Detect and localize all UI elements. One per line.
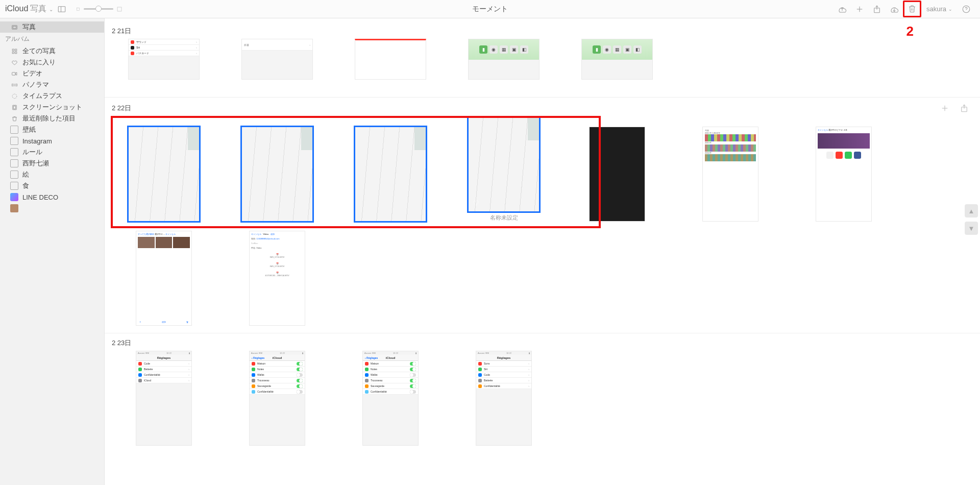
photo-caption: 名称未設定 <box>490 214 518 222</box>
sidebar-item-タイムラプス[interactable]: タイムラプス <box>0 90 104 102</box>
upload-icon[interactable] <box>837 4 848 15</box>
moment-date: 2 23日 <box>112 338 973 348</box>
sidebar-item-絵[interactable]: 絵 <box>0 169 104 180</box>
photo-grid: 2 21日 サウンド›Siri›パスコード› 辞書› ▮◉▦▣◧ ▮◉▦▣◧ 2… <box>105 18 980 485</box>
photo-thumb[interactable]: 辞書› <box>241 39 313 90</box>
svg-rect-14 <box>12 72 15 75</box>
toolbar: iCloud写真 ⌄ モーメント sakura ⌄ <box>0 0 980 18</box>
svg-rect-9 <box>13 26 16 28</box>
moment-group: 2 21日 サウンド›Siri›パスコード› 辞書› ▮◉▦▣◧ ▮◉▦▣◧ <box>105 23 980 98</box>
panorama-icon <box>10 81 18 89</box>
zoom-slider[interactable] <box>76 6 122 12</box>
photo-thumb-selected[interactable] <box>128 127 200 222</box>
sidebar: 写真 アルバム 全ての写真お気に入りビデオパノラマタイムラプススクリーンショット… <box>0 18 105 485</box>
sidebar-item-user[interactable] <box>0 203 104 214</box>
sq-icon <box>10 148 18 156</box>
user-menu[interactable]: sakura ⌄ <box>926 5 952 13</box>
photo-thumb[interactable]: Aucune SIM12:22▮RéglagesSons›Siri›Code›B… <box>468 351 540 446</box>
photo-thumb[interactable]: キャンセル 選択中のビデオ: 4本 <box>808 127 879 222</box>
add-icon[interactable] <box>854 4 865 15</box>
photos-icon <box>10 23 18 31</box>
sidebar-item-食[interactable]: 食 <box>0 180 104 191</box>
avatar-icon <box>10 204 18 212</box>
photo-thumb-selected[interactable] <box>241 127 313 222</box>
photo-thumb-selected[interactable]: ♡名称未設定 <box>468 117 540 222</box>
sidebar-toggle-icon[interactable] <box>56 4 67 15</box>
sidebar-item-全ての写真[interactable]: 全ての写真 <box>0 45 104 57</box>
sidebar-item-label: 最近削除した項目 <box>22 114 76 123</box>
moment-date: 2 22日 <box>112 104 934 113</box>
view-title: モーメント <box>472 5 508 14</box>
sidebar-item-お気に入り[interactable]: お気に入り <box>0 57 104 68</box>
svg-rect-10 <box>12 49 14 51</box>
share-icon[interactable] <box>871 4 883 15</box>
svg-rect-2 <box>77 8 79 10</box>
favorite-icon: ♡ <box>473 199 479 207</box>
sq-icon <box>10 182 18 190</box>
sq-icon <box>10 159 18 167</box>
svg-rect-12 <box>12 52 14 53</box>
grad-icon <box>10 193 18 201</box>
video-icon <box>10 69 18 78</box>
photo-thumb[interactable]: 年別2011年〜2013年2015年2016年 <box>695 127 766 222</box>
sidebar-item-西野七瀬[interactable]: 西野七瀬 <box>0 158 104 169</box>
sidebar-item-Instagram[interactable]: Instagram <box>0 135 104 147</box>
dock-up-icon[interactable]: ▲ <box>965 204 978 217</box>
timelapse-icon <box>10 92 18 100</box>
sidebar-item-label: LINE DECO <box>22 193 58 201</box>
photo-thumb[interactable] <box>581 127 653 222</box>
sidebar-item-label: Instagram <box>22 137 52 145</box>
sidebar-item-label: 食 <box>22 181 29 190</box>
app-title: iCloud写真 ⌄ <box>5 4 53 14</box>
heart-icon <box>10 58 18 66</box>
dock-down-icon[interactable]: ▼ <box>965 222 978 235</box>
download-icon[interactable] <box>889 4 900 15</box>
share-icon[interactable] <box>959 103 970 114</box>
sidebar-item-ビデオ[interactable]: ビデオ <box>0 68 104 79</box>
photo-thumb[interactable]: キャンセル Video 追加宛先: 1245888854@icloud.comC… <box>241 231 313 326</box>
screenshot-icon <box>10 103 18 111</box>
photo-thumb[interactable]: サウンド›Siri›パスコード› <box>128 39 200 90</box>
sidebar-item-label: 絵 <box>22 170 29 179</box>
grid-icon <box>10 47 18 55</box>
photo-thumb[interactable]: Aucune SIM12:22▮‹ RéglagesiCloudMaisonNo… <box>355 351 426 446</box>
svg-rect-0 <box>58 6 65 12</box>
sidebar-item-label: 壁紙 <box>22 125 36 134</box>
trash-icon <box>10 114 18 123</box>
sidebar-item-パノラマ[interactable]: パノラマ <box>0 79 104 90</box>
sq-icon <box>10 137 18 145</box>
sidebar-item-label: 西野七瀬 <box>22 159 49 168</box>
sidebar-item-最近削除した項目[interactable]: 最近削除した項目 <box>0 113 104 124</box>
add-icon[interactable] <box>939 103 950 114</box>
svg-point-15 <box>12 94 17 99</box>
sidebar-item-スクリーンショット[interactable]: スクリーンショット <box>0 102 104 113</box>
right-dock: ▲ ▼ <box>965 204 978 235</box>
sidebar-item-photos[interactable]: 写真 <box>0 21 104 33</box>
sidebar-item-壁紙[interactable]: 壁紙 <box>0 124 104 135</box>
photo-thumb[interactable]: ▮◉▦▣◧ <box>468 39 540 90</box>
photo-thumb[interactable]: Aucune SIM12:22▮RéglagesCode›Batterie›Co… <box>128 351 200 446</box>
help-icon[interactable] <box>961 4 972 15</box>
sidebar-albums-header: アルバム <box>0 33 104 45</box>
photo-thumb[interactable]: すべてを選択解除 選択中の… キャンセル⇪ 追加 🗑 <box>128 231 200 326</box>
sidebar-item-label: ビデオ <box>22 69 42 78</box>
sidebar-item-LINE DECO[interactable]: LINE DECO <box>0 191 104 203</box>
svg-rect-3 <box>117 7 121 11</box>
moment-date: 2 21日 <box>112 27 973 36</box>
sq-icon <box>10 171 18 179</box>
delete-button-highlight <box>903 1 921 17</box>
svg-rect-13 <box>15 52 16 53</box>
svg-rect-17 <box>13 106 15 108</box>
moment-group: 2 22日 ♡名称未設定 年別2011年〜2013年2015年2016年 キャン… <box>105 100 980 333</box>
photo-thumb[interactable]: Aucune SIM12:22▮‹ RéglagesiCloudMaisonNo… <box>241 351 313 446</box>
sidebar-item-label: 写真 <box>22 22 36 32</box>
photo-thumb-selected[interactable] <box>355 127 426 222</box>
trash-icon[interactable] <box>906 3 918 14</box>
photo-thumb[interactable] <box>355 39 426 90</box>
sq-icon <box>10 126 18 134</box>
sidebar-item-label: タイムラプス <box>22 91 62 101</box>
svg-rect-11 <box>15 49 16 51</box>
sidebar-item-ルール[interactable]: ルール <box>0 147 104 158</box>
photo-thumb[interactable]: ▮◉▦▣◧ <box>581 39 653 90</box>
sidebar-item-label: お気に入り <box>22 58 56 67</box>
